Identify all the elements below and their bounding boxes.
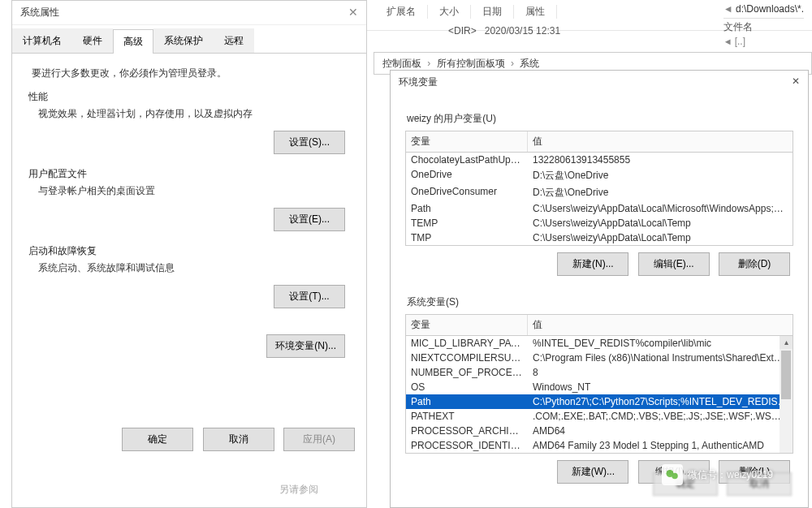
group-startup-desc: 系统启动、系统故障和调试信息: [38, 261, 352, 275]
col-value[interactable]: 值: [528, 131, 793, 152]
user-new-button[interactable]: 新建(N)...: [557, 252, 628, 276]
user-delete-button[interactable]: 删除(D): [719, 252, 790, 276]
scroll-up-icon[interactable]: ▴: [780, 336, 793, 349]
var-value: AMD64 Family 23 Model 1 Stepping 1, Auth…: [528, 438, 793, 453]
var-value: .COM;.EXE;.BAT;.CMD;.VBS;.VBE;.JS;.JSE;.…: [528, 409, 793, 424]
var-value: D:\云盘\OneDrive: [528, 184, 793, 201]
var-value: 8: [528, 365, 793, 380]
ok-button[interactable]: 确定: [122, 428, 193, 451]
col-date[interactable]: 日期: [471, 5, 514, 19]
group-startup-title: 启动和故障恢复: [28, 244, 352, 258]
tab-bar: 计算机名 硬件 高级 系统保护 远程: [12, 28, 366, 54]
profiles-settings-button[interactable]: 设置(E)...: [274, 208, 345, 231]
user-edit-button[interactable]: 编辑(E)...: [638, 252, 710, 276]
table-row[interactable]: OSWindows_NT: [406, 380, 793, 394]
nav-mid[interactable]: 所有控制面板项: [437, 58, 505, 69]
tab-computer-name[interactable]: 计算机名: [12, 28, 72, 53]
env-dialog-title: 环境变量: [399, 75, 438, 89]
table-row[interactable]: PROCESSOR_IDENTIFIERAMD64 Family 23 Mode…: [406, 438, 793, 453]
tab-remote[interactable]: 远程: [214, 28, 254, 53]
var-name: Path: [406, 201, 528, 216]
nav-root[interactable]: 控制面板: [382, 58, 421, 69]
var-value: Windows_NT: [528, 380, 793, 394]
group-perf-title: 性能: [28, 90, 352, 104]
table-row[interactable]: PathC:\Python27\;C:\Python27\Scripts;%IN…: [406, 394, 793, 409]
tab-advanced[interactable]: 高级: [113, 29, 153, 54]
close-icon[interactable]: ✕: [792, 75, 800, 89]
table-row[interactable]: PROCESSOR_ARCHITECTU...AMD64: [406, 424, 793, 438]
startup-settings-button[interactable]: 设置(T)...: [274, 285, 345, 308]
var-value: C:\Python27\;C:\Python27\Scripts;%INTEL_…: [528, 394, 793, 409]
col-ext[interactable]: 扩展名: [375, 5, 428, 19]
var-name: Path: [406, 394, 528, 409]
var-name: OneDriveConsumer: [406, 184, 528, 201]
var-name: PROCESSOR_IDENTIFIER: [406, 438, 528, 453]
close-icon[interactable]: ✕: [348, 6, 358, 19]
group-profiles-desc: 与登录帐户相关的桌面设置: [38, 184, 352, 198]
watermark: 微信号：weizy0219: [662, 464, 773, 485]
table-row[interactable]: PATHEXT.COM;.EXE;.BAT;.CMD;.VBS;.VBE;.JS…: [406, 409, 793, 424]
table-row[interactable]: TMPC:\Users\weizy\AppData\Local\Temp: [406, 230, 793, 245]
wechat-icon: [662, 464, 683, 485]
var-name: MIC_LD_LIBRARY_PATH: [406, 336, 528, 351]
tab-protection[interactable]: 系统保护: [153, 28, 214, 53]
group-perf-desc: 视觉效果，处理器计划，内存使用，以及虚拟内存: [38, 107, 352, 121]
admin-note: 要进行大多数更改，你必须作为管理员登录。: [32, 67, 352, 80]
sys-vars-label: 系统变量(S): [407, 295, 793, 309]
var-value: C:\Users\weizy\AppData\Local\Temp: [528, 230, 793, 245]
table-row[interactable]: PathC:\Users\weizy\AppData\Local\Microso…: [406, 201, 793, 216]
var-value: C:\Users\weizy\AppData\Local\Temp: [528, 216, 793, 230]
table-row[interactable]: NIEXTCCOMPILERSUPPC:\Program Files (x86)…: [406, 351, 793, 365]
table-row[interactable]: ChocolateyLastPathUpdate1322806139134558…: [406, 153, 793, 167]
var-name: TMP: [406, 230, 528, 245]
system-properties-dialog: 系统属性 ✕ 计算机名 硬件 高级 系统保护 远程 要进行大多数更改，你必须作为…: [11, 0, 367, 508]
cancel-button[interactable]: 取消: [203, 428, 274, 451]
table-row[interactable]: MIC_LD_LIBRARY_PATH%INTEL_DEV_REDIST%com…: [406, 336, 793, 351]
col-variable[interactable]: 变量: [406, 315, 528, 335]
var-name: OneDrive: [406, 167, 528, 184]
col-filename[interactable]: 文件名: [723, 21, 753, 32]
scrollbar[interactable]: ▴: [780, 336, 793, 453]
apply-button[interactable]: 应用(A): [283, 428, 355, 451]
col-value[interactable]: 值: [528, 315, 793, 335]
tab-hardware[interactable]: 硬件: [72, 28, 113, 53]
nav-leaf[interactable]: 系统: [520, 58, 539, 69]
perf-settings-button[interactable]: 设置(S)...: [274, 131, 345, 154]
env-vars-button[interactable]: 环境变量(N)...: [266, 334, 345, 358]
var-value: C:\Program Files (x86)\National Instrume…: [528, 351, 793, 365]
var-name: NIEXTCCOMPILERSUPP: [406, 351, 528, 365]
explorer-header: 扩展名 大小 日期 属性 <DIR> 2020/03/15 12:31 ◄ d:…: [367, 0, 812, 31]
group-profiles-title: 用户配置文件: [28, 167, 352, 181]
var-value: %INTEL_DEV_REDIST%compiler\lib\mic: [528, 336, 793, 351]
var-name: ChocolateyLastPathUpdate: [406, 153, 528, 167]
var-name: OS: [406, 380, 528, 394]
var-name: TEMP: [406, 216, 528, 230]
user-vars-list[interactable]: 变量 值 ChocolateyLastPathUpdate13228061391…: [405, 131, 793, 246]
sys-new-button[interactable]: 新建(W)...: [557, 460, 628, 484]
table-row[interactable]: OneDriveD:\云盘\OneDrive: [406, 167, 793, 184]
var-name: PATHEXT: [406, 409, 528, 424]
dialog-title: 系统属性: [20, 6, 59, 19]
svg-point-1: [672, 473, 679, 480]
var-value: 132280613913455855: [528, 153, 793, 167]
var-value: AMD64: [528, 424, 793, 438]
col-attrs[interactable]: 属性: [514, 5, 557, 19]
sys-vars-list[interactable]: 变量 值 MIC_LD_LIBRARY_PATH%INTEL_DEV_REDIS…: [405, 314, 793, 454]
table-row[interactable]: NUMBER_OF_PROCESSORS8: [406, 365, 793, 380]
col-size[interactable]: 大小: [428, 5, 471, 19]
col-variable[interactable]: 变量: [406, 131, 528, 152]
table-row[interactable]: OneDriveConsumerD:\云盘\OneDrive: [406, 184, 793, 201]
scroll-thumb[interactable]: [781, 351, 791, 399]
env-variables-dialog: 环境变量 ✕ weizy 的用户变量(U) 变量 值 ChocolateyLas…: [390, 70, 809, 508]
see-also-label: 另请参阅: [279, 483, 318, 497]
user-vars-label: weizy 的用户变量(U): [407, 112, 793, 126]
var-value: C:\Users\weizy\AppData\Local\Microsoft\W…: [528, 201, 793, 216]
var-name: PROCESSOR_ARCHITECTU...: [406, 424, 528, 438]
var-value: D:\云盘\OneDrive: [528, 167, 793, 184]
table-row[interactable]: TEMPC:\Users\weizy\AppData\Local\Temp: [406, 216, 793, 230]
var-name: NUMBER_OF_PROCESSORS: [406, 365, 528, 380]
